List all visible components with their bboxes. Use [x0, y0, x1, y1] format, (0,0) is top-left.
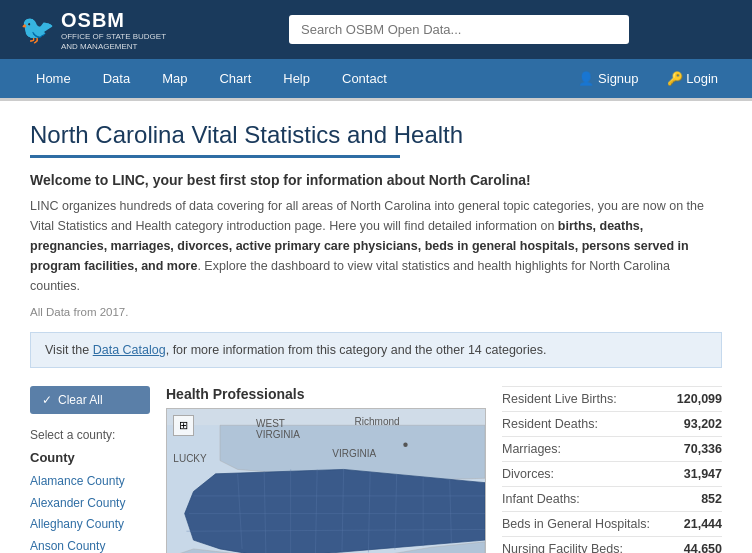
- nav-signup[interactable]: 👤 Signup: [564, 59, 652, 98]
- nav-login[interactable]: 🔑 Login: [653, 59, 732, 98]
- logo-bird-icon: 🐦: [20, 13, 55, 46]
- select-county-label: Select a county:: [30, 428, 150, 442]
- stat-label: Marriages:: [502, 442, 569, 456]
- stat-value: 120,099: [677, 392, 722, 406]
- stat-value: 93,202: [684, 417, 722, 431]
- data-note: All Data from 2017.: [30, 306, 722, 318]
- main-nav: Home Data Map Chart Help Contact 👤 Signu…: [0, 59, 752, 98]
- label-kentucky: LUCKY: [173, 453, 206, 464]
- nav-data[interactable]: Data: [87, 59, 146, 98]
- checkmark-icon: ✓: [42, 393, 52, 407]
- search-input[interactable]: [289, 15, 629, 44]
- county-alleghany[interactable]: Alleghany County: [30, 514, 150, 536]
- stats-panel: Resident Live Births: 120,099 Resident D…: [502, 386, 722, 553]
- stat-label: Nursing Facility Beds:: [502, 542, 631, 553]
- stat-label: Resident Deaths:: [502, 417, 606, 431]
- login-icon: 🔑: [667, 71, 683, 86]
- stat-row: Resident Live Births: 120,099: [502, 386, 722, 412]
- county-list: Alamance County Alexander County Allegha…: [30, 471, 150, 553]
- logo-osbm: OSBM: [61, 8, 166, 32]
- catalog-notice: Visit the Data Catalog, for more informa…: [30, 332, 722, 368]
- map-title: Health Professionals: [166, 386, 486, 402]
- stat-value: 852: [701, 492, 722, 506]
- label-richmond: Richmond: [355, 416, 400, 427]
- clear-all-button[interactable]: ✓ Clear All: [30, 386, 150, 414]
- stat-value: 70,336: [684, 442, 722, 456]
- county-alexander[interactable]: Alexander County: [30, 493, 150, 515]
- map-area: ⊞: [166, 408, 486, 553]
- county-alamance[interactable]: Alamance County: [30, 471, 150, 493]
- map-container: Health Professionals ⊞: [166, 386, 486, 553]
- search-container: [289, 15, 629, 44]
- label-virginia: VIRGINIA: [332, 448, 376, 459]
- stat-value: 21,444: [684, 517, 722, 531]
- intro-text: LINC organizes hundreds of data covering…: [30, 196, 722, 296]
- stat-row: Beds in General Hospitals: 21,444: [502, 512, 722, 537]
- stat-label: Divorces:: [502, 467, 562, 481]
- nav-help[interactable]: Help: [267, 59, 326, 98]
- main-content: North Carolina Vital Statistics and Heal…: [0, 101, 752, 553]
- county-heading: County: [30, 450, 150, 465]
- expand-button[interactable]: ⊞: [173, 415, 194, 436]
- svg-marker-2: [185, 470, 485, 553]
- panel: ✓ Clear All Select a county: County Alam…: [30, 386, 722, 553]
- nav-home[interactable]: Home: [20, 59, 87, 98]
- stat-row: Nursing Facility Beds: 44,650: [502, 537, 722, 553]
- catalog-link[interactable]: Data Catalog: [93, 343, 166, 357]
- header: 🐦 OSBM OFFICE OF STATE BUDGETAND MANAGEM…: [0, 0, 752, 59]
- stat-value: 31,947: [684, 467, 722, 481]
- welcome-heading: Welcome to LINC, your best first stop fo…: [30, 172, 722, 188]
- stat-row: Divorces: 31,947: [502, 462, 722, 487]
- stat-label: Resident Live Births:: [502, 392, 625, 406]
- user-icon: 👤: [578, 71, 594, 86]
- logo-text: OSBM OFFICE OF STATE BUDGETAND MANAGEMEN…: [61, 8, 166, 51]
- page-title: North Carolina Vital Statistics and Heal…: [30, 121, 722, 149]
- nav-chart[interactable]: Chart: [203, 59, 267, 98]
- stat-label: Beds in General Hospitals:: [502, 517, 658, 531]
- county-anson[interactable]: Anson County: [30, 536, 150, 553]
- svg-point-18: [403, 443, 407, 447]
- stat-value: 44,650: [684, 542, 722, 553]
- logo-subtitle: OFFICE OF STATE BUDGETAND MANAGEMENT: [61, 32, 166, 51]
- label-west-virginia: WESTVIRGINIA: [256, 418, 300, 440]
- nav-right: 👤 Signup 🔑 Login: [564, 59, 732, 98]
- catalog-prefix: Visit the: [45, 343, 93, 357]
- nav-contact[interactable]: Contact: [326, 59, 403, 98]
- title-underline: [30, 155, 400, 158]
- stat-row: Resident Deaths: 93,202: [502, 412, 722, 437]
- logo-area: 🐦 OSBM OFFICE OF STATE BUDGETAND MANAGEM…: [20, 8, 166, 51]
- stat-row: Marriages: 70,336: [502, 437, 722, 462]
- stat-row: Infant Deaths: 852: [502, 487, 722, 512]
- map-svg: [167, 409, 485, 553]
- stat-label: Infant Deaths:: [502, 492, 588, 506]
- catalog-suffix: , for more information from this categor…: [166, 343, 547, 357]
- nav-map[interactable]: Map: [146, 59, 203, 98]
- sidebar: ✓ Clear All Select a county: County Alam…: [30, 386, 150, 553]
